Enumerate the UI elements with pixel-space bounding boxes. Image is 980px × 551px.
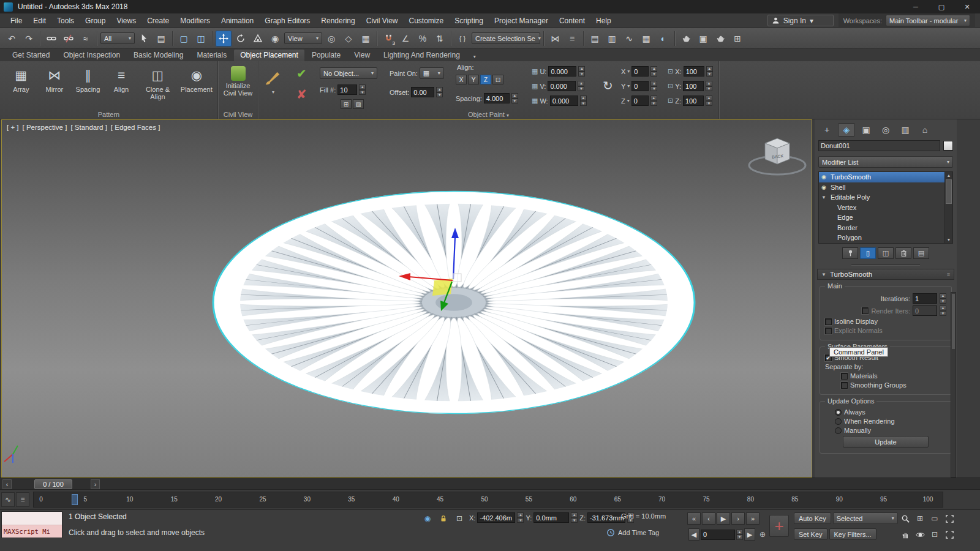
make-unique-button[interactable]: ◫ xyxy=(878,247,894,259)
align-x-toggle[interactable]: X xyxy=(456,75,467,84)
close-button[interactable]: ✕ xyxy=(954,0,980,13)
y-coordinate-field[interactable]: 0.0mm xyxy=(533,512,569,523)
rotate-y-field[interactable]: 0 xyxy=(631,81,649,91)
track-bar-filter-button[interactable]: ≡ xyxy=(16,492,29,507)
scroll-thumb[interactable] xyxy=(952,294,955,349)
render-in-cloud-button[interactable]: ⊞ xyxy=(729,31,745,47)
initialize-civil-view-button[interactable]: Initialize Civil View xyxy=(220,66,257,97)
manually-radio[interactable] xyxy=(835,427,842,434)
stack-item-shell[interactable]: ◉ Shell xyxy=(819,182,952,193)
spacing-tool[interactable]: ∥ Spacing xyxy=(72,66,104,100)
menu-file[interactable]: File xyxy=(5,13,28,28)
create-key-button[interactable]: + xyxy=(769,515,789,537)
v-spinner[interactable]: ▲▼ xyxy=(578,81,584,91)
render-production-button[interactable] xyxy=(712,31,728,47)
bind-to-space-warp-button[interactable]: ≈ xyxy=(78,31,94,47)
maximize-viewport-toggle[interactable] xyxy=(943,528,956,541)
undo-button[interactable]: ↶ xyxy=(4,31,20,47)
rotate-z-spinner[interactable]: ▲▼ xyxy=(650,96,657,106)
viewport-menu-plus[interactable]: [ + ] xyxy=(7,124,19,131)
stack-item-vertex[interactable]: Vertex xyxy=(819,203,952,213)
align-z-toggle[interactable]: Z xyxy=(480,75,491,84)
display-tab[interactable]: ▥ xyxy=(897,123,914,137)
paint-objects-button[interactable] xyxy=(263,69,282,87)
mirror-tool[interactable]: ⋈ Mirror xyxy=(39,66,71,100)
menu-modifiers[interactable]: Modifiers xyxy=(175,13,216,28)
fill-count-spinner[interactable]: ▲▼ xyxy=(359,84,366,95)
redo-button[interactable]: ↷ xyxy=(21,31,37,47)
tab-get-started[interactable]: Get Started xyxy=(6,50,56,61)
add-time-tag[interactable]: Add Time Tag xyxy=(606,528,659,537)
chevron-down-icon[interactable]: ▾ xyxy=(627,83,630,89)
when-rendering-radio[interactable] xyxy=(835,418,842,425)
menu-rendering[interactable]: Rendering xyxy=(315,13,360,28)
select-by-name-button[interactable]: ▤ xyxy=(153,31,169,47)
scroll-up-icon[interactable]: ▲ xyxy=(945,172,952,179)
edit-named-selection-sets-button[interactable]: { } xyxy=(454,31,470,47)
orbit-icon[interactable] xyxy=(914,528,926,541)
z-coordinate-field[interactable]: -31.673mm xyxy=(587,512,625,523)
track-bar[interactable]: ∿ ≡ 051015202530354045505560657075808590… xyxy=(0,490,980,510)
tab-basic-modeling[interactable]: Basic Modeling xyxy=(127,50,189,61)
absolute-mode-toggle[interactable]: ⊡ xyxy=(453,512,466,525)
paint-options-caret[interactable]: ▾ xyxy=(272,89,274,95)
tab-materials[interactable]: Materials xyxy=(190,50,233,61)
rendered-frame-window-button[interactable]: ▣ xyxy=(695,31,711,47)
align-flip-button[interactable]: ⊡ xyxy=(492,75,503,84)
stack-scrollbar[interactable]: ▲ ▼ xyxy=(944,172,952,243)
scroll-thumb[interactable] xyxy=(946,179,952,204)
menu-scripting[interactable]: Scripting xyxy=(449,13,489,28)
u-field[interactable]: 0.000 xyxy=(548,66,576,77)
perspective-viewport[interactable]: BACK [ + ] [ Perspective ] [ Standard ] … xyxy=(1,119,812,478)
current-frame-field[interactable]: 0 xyxy=(701,530,735,540)
utilities-tab[interactable]: ⌂ xyxy=(916,123,933,137)
always-radio[interactable] xyxy=(835,409,842,416)
iterations-field[interactable]: 1 xyxy=(913,293,937,304)
menu-views[interactable]: Views xyxy=(111,13,141,28)
menu-tools[interactable]: Tools xyxy=(51,13,80,28)
pin-stack-button[interactable] xyxy=(842,247,858,259)
go-to-start-button[interactable]: « xyxy=(687,512,701,525)
paint-object-dropdown[interactable]: No Object... ▾ xyxy=(320,67,377,79)
select-and-rotate-button[interactable] xyxy=(233,31,249,47)
angle-snap-toggle[interactable]: ∠ xyxy=(398,31,413,47)
rotate-x-spinner[interactable]: ▲▼ xyxy=(650,66,657,77)
toggle-layer-explorer-button[interactable]: ▥ xyxy=(604,31,620,47)
donut-object[interactable] xyxy=(213,191,695,414)
tab-object-placement[interactable]: Object Placement xyxy=(234,50,304,61)
expand-icon[interactable]: ▼ xyxy=(821,195,827,200)
array-tool[interactable]: ▦ Array xyxy=(5,66,37,100)
reference-coordinate-dropdown[interactable]: View ▾ xyxy=(284,32,322,44)
stack-item-editable-poly[interactable]: ▼ Editable Poly xyxy=(819,192,952,203)
rotate-x-field[interactable]: 0 xyxy=(631,66,649,77)
stack-item-polygon[interactable]: Polygon xyxy=(819,233,952,243)
menu-customize[interactable]: Customize xyxy=(404,13,450,28)
spinner-snap-toggle[interactable]: ⇅ xyxy=(432,31,448,47)
x-spinner[interactable]: ▲▼ xyxy=(517,512,524,523)
curve-editor-button[interactable]: ∿ xyxy=(621,31,637,47)
spacing-spinner[interactable]: ▲▼ xyxy=(511,93,518,103)
rectangular-selection-region-button[interactable]: ▢ xyxy=(176,31,192,47)
open-mini-curve-editor-button[interactable]: ∿ xyxy=(1,492,15,507)
menu-graph-editors[interactable]: Graph Editors xyxy=(259,13,315,28)
key-selection-dropdown[interactable]: Selected ▾ xyxy=(833,512,898,524)
align-tool[interactable]: ≡ Align xyxy=(105,66,138,100)
materials-checkbox[interactable] xyxy=(841,373,848,380)
next-key-button[interactable]: ▶ xyxy=(744,528,755,541)
menu-edit[interactable]: Edit xyxy=(28,13,51,28)
menu-content[interactable]: Content xyxy=(554,13,590,28)
pan-icon[interactable] xyxy=(899,528,911,541)
toggle-scene-explorer-button[interactable]: ▤ xyxy=(587,31,603,47)
hierarchy-tab[interactable]: ▣ xyxy=(858,123,875,137)
spacing-field[interactable]: 4.000 xyxy=(484,93,510,103)
brush-preset-button[interactable]: ▨ xyxy=(353,99,364,109)
viewport-shading-label[interactable]: [ Standard ] xyxy=(70,124,107,131)
stack-item-border[interactable]: Border xyxy=(819,223,952,233)
time-configuration-icon[interactable]: ⊕ xyxy=(756,528,769,541)
stack-item-edge[interactable]: Edge xyxy=(819,212,952,223)
tab-view[interactable]: View xyxy=(348,50,376,61)
viewcube[interactable]: BACK xyxy=(749,138,805,174)
named-selection-sets-dropdown[interactable]: Create Selection Se ▾ xyxy=(472,32,540,44)
selection-filter-dropdown[interactable]: All ▾ xyxy=(100,32,135,44)
visibility-toggle-icon[interactable]: ◉ xyxy=(821,174,827,180)
